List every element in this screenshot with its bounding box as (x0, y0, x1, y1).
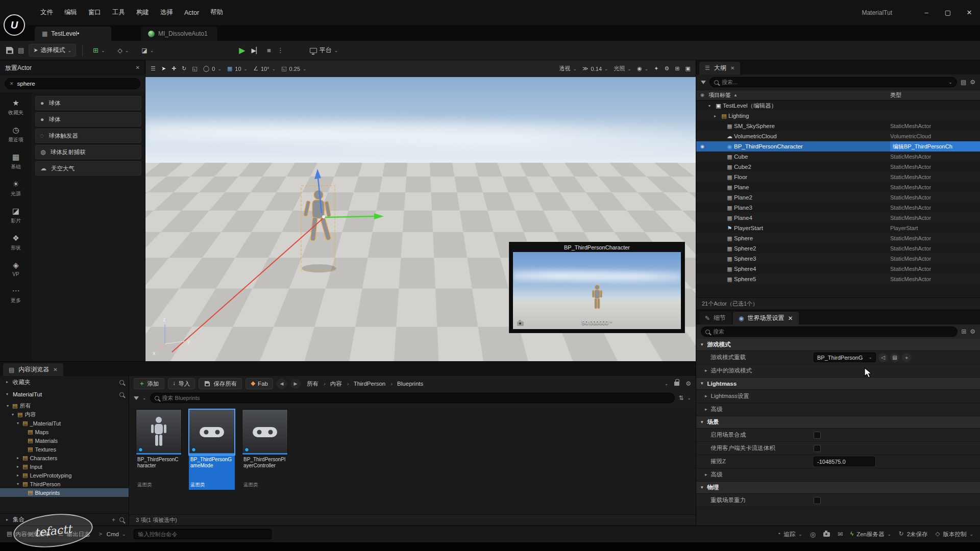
placeable-actor-item[interactable]: ☁ 天空大气 (35, 161, 141, 176)
menu-item[interactable]: 文件 (35, 0, 59, 25)
section-game-mode[interactable]: ▾ 游戏模式 (696, 339, 980, 351)
place-category[interactable]: ★ 收藏夹 (8, 98, 23, 116)
world-advanced-row[interactable]: ▸ 高级 (696, 468, 980, 482)
maximize-viewport-icon[interactable]: ▣ (685, 66, 691, 71)
move-tool-icon[interactable]: ✚ (172, 66, 176, 71)
rotate-tool-icon[interactable]: ↻ (182, 66, 186, 71)
favorites-row[interactable]: ▸ 收藏夹 (0, 376, 129, 388)
feedback-icon[interactable]: ✉ (838, 531, 843, 537)
scale-tool-icon[interactable]: ◱ (192, 66, 198, 71)
search-icon[interactable] (119, 517, 124, 522)
sort-icon[interactable]: ⇅ (678, 395, 683, 401)
camera-speed-control[interactable]: ≫ 0.14 ⌄ (582, 66, 608, 72)
scale-snap-control[interactable]: ◱ 0.25 ⌄ (281, 66, 306, 72)
orange-sphere-actor[interactable] (603, 180, 678, 253)
screenshot-camera-icon[interactable] (823, 532, 830, 537)
outliner-row[interactable]: ▦ C​ube2 StaticMeshActor (696, 162, 980, 172)
asset-tab[interactable]: ● MI_DissolveAuto1 (141, 27, 217, 41)
save-all-button[interactable]: 保存所有 (199, 378, 242, 389)
back-button[interactable]: ◀ (277, 379, 287, 389)
close-icon[interactable]: ✕ (730, 66, 734, 71)
browse-icon[interactable]: ▤ (890, 353, 899, 362)
section-lightmass[interactable]: ▾ Lightmass (696, 378, 980, 390)
outliner-column-headers[interactable]: ◉ 项目标签 ▲ 类型 (696, 90, 980, 101)
lightmass-advanced-row[interactable]: ▸ 高级 (696, 403, 980, 416)
world-settings-tab[interactable]: ◉ 世界场景设置 ✕ (733, 312, 799, 324)
folder-tree-row[interactable]: ▾ ▤ ThirdPerson (0, 480, 129, 488)
cmd-select[interactable]: ＞ Cmd ⌄ (97, 531, 126, 537)
folder-tree-row[interactable]: ▸ ▤ Input (0, 462, 129, 471)
platform-button[interactable]: 平台 ⌄ (306, 44, 342, 56)
menu-item[interactable]: 选择 (155, 0, 179, 25)
outliner-row[interactable]: ▸ ▤ Lighting (696, 111, 980, 121)
menu-item[interactable]: 窗口 (83, 0, 107, 25)
content-settings-gear-icon[interactable]: ⚙ (685, 381, 691, 387)
console-command-input[interactable]: 输入控制台命令 (134, 529, 272, 539)
surface-snap-control[interactable]: ◯ 0 ⌄ (203, 66, 222, 72)
use-selected-icon[interactable]: ◁ (878, 353, 888, 362)
outliner-row[interactable]: ▦ Sphere3 StaticMeshActor (696, 254, 980, 264)
new-asset-icon[interactable]: ＋ (902, 353, 911, 362)
minimize-button[interactable]: – (916, 0, 937, 25)
outliner-row[interactable]: ▦ Plane2 StaticMeshActor (696, 192, 980, 203)
folder-tree-row[interactable]: ▤ Maps (0, 428, 129, 436)
viewport-settings-gear-icon[interactable]: ⚙ (665, 66, 670, 71)
override-gravity-checkbox[interactable] (814, 497, 821, 504)
folder-tree-row[interactable]: ▤ Textures (0, 445, 129, 454)
record-icon[interactable]: ◎ (810, 531, 816, 538)
blueprints-button[interactable]: ◇ ⌄ (114, 46, 133, 55)
section-physics[interactable]: ▾ 物理 (696, 482, 980, 494)
enable-world-composition-checkbox[interactable] (814, 432, 821, 439)
outliner-settings-gear-icon[interactable]: ⚙ (970, 79, 975, 85)
outliner-row[interactable]: ▦ Floor StaticMeshActor (696, 172, 980, 182)
project-root-row[interactable]: ▾ MaterialTut (0, 388, 129, 400)
grid-snap-control[interactable]: ▦ 10 ⌄ (227, 66, 248, 72)
breadcrumb-item[interactable]: ThirdPerson (345, 381, 388, 387)
menu-item[interactable]: 帮助 (205, 0, 229, 25)
editor-mode-select[interactable]: ➤ 选择模式 ⌄ (29, 44, 76, 57)
place-category[interactable]: ☀ 光源 (11, 180, 21, 197)
save-icon[interactable] (6, 47, 13, 54)
expander-icon[interactable]: ▾ (10, 412, 15, 417)
add-actor-button[interactable]: ⊞ ⌄ (89, 45, 109, 55)
expander-icon[interactable]: ▾ (15, 421, 20, 425)
expander-icon[interactable]: ▾ (708, 104, 714, 108)
display-filter-icon[interactable]: ⊞ (961, 329, 966, 335)
stop-button[interactable]: ■ (267, 47, 271, 54)
select-tool-icon[interactable]: ➤ (161, 66, 166, 71)
kill-z-input[interactable]: -1048575.0 (814, 457, 875, 466)
outliner-row[interactable]: ▦ Plane4 StaticMeshActor (696, 213, 980, 223)
close-icon[interactable]: ✕ (53, 367, 57, 372)
chevron-down-icon[interactable]: ▾ (5, 392, 10, 396)
create-folder-icon[interactable]: ▤ (961, 79, 966, 85)
asset-tile[interactable]: BP_ThirdPersonPlayerController 蓝图类 (242, 409, 288, 490)
asset-search-input[interactable]: 搜索 Blueprints (150, 393, 675, 403)
folder-tree-row[interactable]: ▾ ▤ 内容 (0, 410, 129, 419)
outliner-row[interactable]: ▦ Plane3 StaticMeshActor (696, 203, 980, 213)
selected-game-mode-row[interactable]: ▸ 选中的游戏模式 (696, 364, 980, 378)
fab-button[interactable]: ◆ Fab (246, 378, 273, 389)
place-category[interactable]: ▦ 基础 (11, 153, 21, 170)
cinematics-button[interactable]: ◪ ⌄ (137, 46, 158, 55)
settings-gear-icon[interactable]: ⚙ (970, 329, 975, 335)
outliner-tab[interactable]: ☰ 大纲 ✕ (699, 62, 740, 74)
details-tab[interactable]: ✎ 细节 (699, 312, 731, 324)
folder-tree-row[interactable]: ▾ ▤ 所有 (0, 402, 129, 410)
folder-tree-row[interactable]: ▸ ▤ Characters (0, 454, 129, 462)
game-mode-override-select[interactable]: BP_ThirdPersonG ⌄ (814, 353, 876, 362)
trace-button[interactable]: ◔ 追踪 ⌄ (777, 531, 802, 538)
add-button[interactable]: ＋ 添加 (134, 378, 164, 389)
wand-icon[interactable]: ✦ (654, 66, 658, 71)
outliner-row[interactable]: ⚑ PlayerStart PlayerStart (696, 223, 980, 233)
expander-icon[interactable]: ▸ (15, 464, 20, 469)
settings-search-input[interactable]: 搜索 (701, 327, 958, 337)
revision-control-button[interactable]: ◇ 版本控制 ⌄ (936, 531, 973, 538)
filter-icon[interactable] (701, 81, 706, 84)
view-mode-select[interactable]: 光照 ⌄ (614, 65, 632, 72)
placeable-actor-item[interactable]: ● 球体 (35, 112, 141, 127)
outliner-row[interactable]: ◉ ◉ BP_ThirdPersonCharacter 编辑BP_ThirdPe… (696, 141, 980, 152)
place-actor-search-input[interactable]: ✕ sphere (5, 78, 140, 89)
expander-icon[interactable]: ▸ (714, 114, 720, 118)
folder-tree-row[interactable]: ▤ Materials (0, 436, 129, 445)
close-icon[interactable]: ✕ (136, 65, 140, 70)
